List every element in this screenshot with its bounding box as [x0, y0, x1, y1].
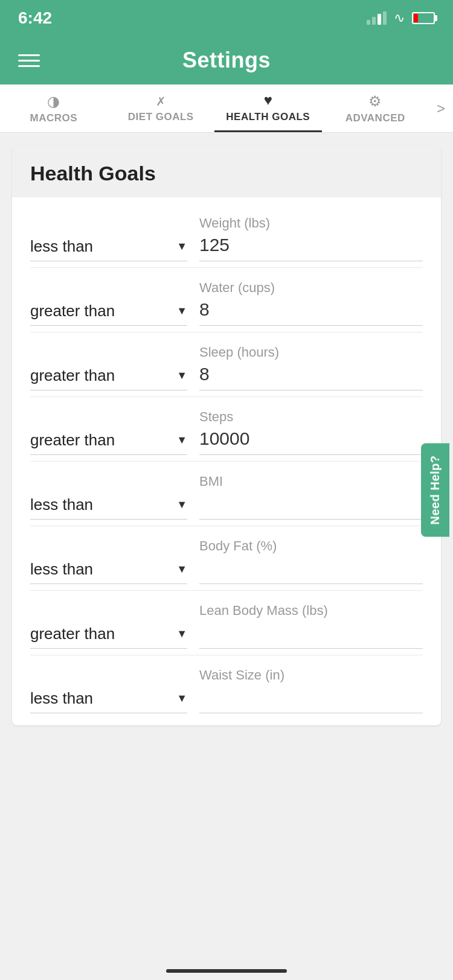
goal-row-body-fat: less than ▼ Body Fat (%)	[30, 526, 423, 591]
tabs-nav-arrow[interactable]: >	[429, 84, 453, 132]
goal-label-body-fat: Body Fat (%)	[199, 538, 423, 554]
app-header: Settings	[0, 36, 453, 84]
tab-diet-goals[interactable]: ✗ DIET GOALS	[108, 84, 215, 132]
health-icon: ♥	[264, 92, 272, 109]
goal-left-lean-body-mass: greater than ▼	[30, 625, 187, 649]
health-goals-card: Health Goals less than ▼ Weight (lbs) 12…	[12, 145, 441, 725]
dropdown-arrow-body-fat: ▼	[176, 563, 187, 576]
dropdown-arrow-water: ▼	[176, 305, 187, 317]
status-bar: 6:42 ∿	[0, 0, 453, 36]
tab-advanced-label: ADVANCED	[345, 112, 405, 124]
battery-icon	[412, 12, 435, 24]
goal-left-steps: greater than ▼	[30, 431, 187, 455]
advanced-icon: ⚙	[368, 93, 382, 110]
comparator-dropdown-lean-body-mass[interactable]: greater than ▼	[30, 625, 187, 649]
goal-right-waist-size: Waist Size (in)	[199, 667, 423, 713]
tab-macros[interactable]: ◑ MACROS	[0, 84, 108, 132]
goal-right-body-fat: Body Fat (%)	[199, 538, 423, 584]
goal-row-steps: greater than ▼ Steps 10000	[30, 397, 423, 462]
comparator-dropdown-body-fat[interactable]: less than ▼	[30, 560, 187, 584]
goal-value-body-fat[interactable]	[199, 558, 423, 584]
comparator-text-weight: less than	[30, 237, 93, 256]
goal-left-weight: less than ▼	[30, 237, 187, 261]
goal-value-bmi[interactable]	[199, 493, 423, 520]
comparator-dropdown-waist-size[interactable]: less than ▼	[30, 689, 187, 713]
goal-label-water: Water (cups)	[199, 280, 423, 296]
goal-left-sleep: greater than ▼	[30, 366, 187, 390]
comparator-text-bmi: less than	[30, 495, 93, 514]
content-area: Health Goals less than ▼ Weight (lbs) 12…	[0, 133, 453, 762]
comparator-dropdown-bmi[interactable]: less than ▼	[30, 495, 187, 520]
app-title: Settings	[182, 48, 271, 73]
tabs-bar: ◑ MACROS ✗ DIET GOALS ♥ HEALTH GOALS ⚙ A…	[0, 84, 453, 133]
status-time: 6:42	[18, 8, 52, 28]
home-indicator	[166, 969, 287, 973]
card-body: less than ▼ Weight (lbs) 125 greater tha…	[12, 197, 441, 725]
goal-row-waist-size: less than ▼ Waist Size (in)	[30, 655, 423, 719]
goal-row-bmi: less than ▼ BMI	[30, 462, 423, 526]
goal-label-bmi: BMI	[199, 474, 423, 489]
dropdown-arrow-sleep: ▼	[176, 369, 187, 382]
comparator-text-sleep: greater than	[30, 366, 115, 385]
goal-label-sleep: Sleep (hours)	[199, 345, 423, 360]
goal-row-water: greater than ▼ Water (cups) 8	[30, 268, 423, 332]
dropdown-arrow-waist-size: ▼	[176, 692, 187, 705]
goal-right-steps: Steps 10000	[199, 409, 423, 455]
tab-advanced[interactable]: ⚙ ADVANCED	[322, 84, 429, 132]
goal-value-waist-size[interactable]	[199, 687, 423, 713]
comparator-dropdown-steps[interactable]: greater than ▼	[30, 431, 187, 455]
comparator-dropdown-weight[interactable]: less than ▼	[30, 237, 187, 261]
comparator-text-waist-size: less than	[30, 689, 93, 708]
goal-right-water: Water (cups) 8	[199, 280, 423, 326]
macros-icon: ◑	[47, 93, 60, 110]
goal-label-steps: Steps	[199, 409, 423, 425]
dropdown-arrow-steps: ▼	[176, 434, 187, 447]
signal-icon	[367, 11, 387, 25]
goal-label-weight: Weight (lbs)	[199, 215, 423, 231]
goal-right-weight: Weight (lbs) 125	[199, 215, 423, 261]
comparator-text-water: greater than	[30, 302, 115, 320]
hamburger-button[interactable]	[18, 54, 40, 67]
goal-left-waist-size: less than ▼	[30, 689, 187, 713]
goal-left-bmi: less than ▼	[30, 495, 187, 520]
goal-value-lean-body-mass[interactable]	[199, 622, 423, 649]
card-title: Health Goals	[30, 162, 156, 185]
goal-row-sleep: greater than ▼ Sleep (hours) 8	[30, 332, 423, 397]
goal-label-waist-size: Waist Size (in)	[199, 667, 423, 683]
tab-macros-label: MACROS	[30, 112, 77, 124]
wifi-icon: ∿	[394, 10, 405, 26]
goal-right-lean-body-mass: Lean Body Mass (lbs)	[199, 603, 423, 649]
goal-row-weight: less than ▼ Weight (lbs) 125	[30, 203, 423, 268]
goal-label-lean-body-mass: Lean Body Mass (lbs)	[199, 603, 423, 619]
comparator-dropdown-water[interactable]: greater than ▼	[30, 302, 187, 326]
goal-right-bmi: BMI	[199, 474, 423, 520]
goal-left-water: greater than ▼	[30, 302, 187, 326]
dropdown-arrow-bmi: ▼	[176, 498, 187, 511]
comparator-text-body-fat: less than	[30, 560, 93, 579]
goal-value-steps[interactable]: 10000	[199, 428, 423, 455]
goal-value-sleep[interactable]: 8	[199, 364, 423, 390]
card-header: Health Goals	[12, 145, 441, 197]
diet-icon: ✗	[156, 94, 166, 109]
tab-health-goals-label: HEALTH GOALS	[226, 111, 310, 123]
goal-value-weight[interactable]: 125	[199, 235, 423, 261]
goal-value-water[interactable]: 8	[199, 299, 423, 326]
need-help-button[interactable]: Need Help?	[421, 443, 449, 536]
dropdown-arrow-lean-body-mass: ▼	[176, 628, 187, 640]
comparator-dropdown-sleep[interactable]: greater than ▼	[30, 366, 187, 390]
goal-left-body-fat: less than ▼	[30, 560, 187, 584]
tab-health-goals[interactable]: ♥ HEALTH GOALS	[214, 84, 322, 132]
comparator-text-steps: greater than	[30, 431, 115, 450]
goal-row-lean-body-mass: greater than ▼ Lean Body Mass (lbs)	[30, 591, 423, 655]
comparator-text-lean-body-mass: greater than	[30, 625, 115, 643]
dropdown-arrow-weight: ▼	[176, 240, 187, 253]
chevron-right-icon: >	[437, 100, 445, 117]
tab-diet-goals-label: DIET GOALS	[128, 111, 194, 123]
goal-right-sleep: Sleep (hours) 8	[199, 345, 423, 390]
status-icons: ∿	[367, 10, 435, 26]
